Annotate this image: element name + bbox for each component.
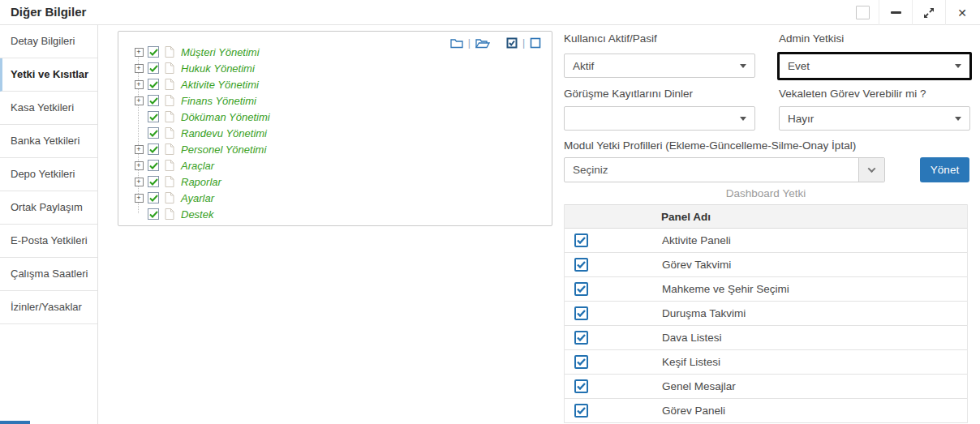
select-vekaleten-gorev-verebilir[interactable]: Hayır bbox=[779, 106, 970, 131]
page-icon bbox=[165, 111, 174, 122]
maximize-button[interactable] bbox=[913, 0, 945, 25]
page-icon bbox=[165, 192, 174, 203]
table-row-gorev-paneli: Görev Paneli bbox=[565, 399, 967, 423]
page-icon bbox=[165, 176, 174, 187]
panel-checkbox-checked[interactable] bbox=[574, 379, 588, 393]
label-modul-yetki-profilleri: Modul Yetki Profilleri (Ekleme-Güncellem… bbox=[564, 139, 856, 152]
sidebar-item-yetki-ve-kisitlar[interactable]: Yetki ve Kısıtlar bbox=[0, 58, 97, 92]
tree-list: + Müşteri Yönetimi + Hukuk Yönetimi + Ak… bbox=[130, 44, 270, 222]
tree-toolbar: | | bbox=[450, 37, 541, 49]
panel-checkbox-checked[interactable] bbox=[574, 306, 588, 320]
dropdown-caret-icon bbox=[740, 64, 746, 68]
panel-checkbox-checked[interactable] bbox=[574, 404, 588, 418]
tree-checkbox-checked[interactable] bbox=[148, 208, 159, 220]
panel-checkbox-checked[interactable] bbox=[574, 331, 588, 345]
tree-checkbox-checked[interactable] bbox=[148, 127, 159, 139]
page-icon bbox=[165, 46, 174, 58]
expand-plus-icon[interactable]: + bbox=[135, 80, 144, 89]
minimize-button[interactable] bbox=[879, 0, 912, 25]
panel-checkbox-checked[interactable] bbox=[574, 258, 588, 272]
folder-open-icon[interactable] bbox=[475, 37, 490, 49]
page-icon bbox=[165, 95, 174, 106]
tree-checkbox-checked[interactable] bbox=[148, 62, 159, 74]
dropdown-caret-icon bbox=[955, 64, 961, 68]
table-header-row: Panel Adı bbox=[565, 204, 967, 229]
tree-item-finans-yonetimi[interactable]: + Finans Yönetimi bbox=[130, 92, 270, 109]
label-vekaleten-gorev-verebilir: Vekaleten Görev Verebilir mi ? bbox=[779, 88, 926, 100]
popout-button[interactable] bbox=[846, 0, 879, 25]
dashboard-yetki-title: Dashboard Yetki bbox=[564, 187, 968, 199]
tree-item-personel-yonetimi[interactable]: + Personel Yönetimi bbox=[130, 141, 270, 157]
page-icon bbox=[165, 160, 174, 171]
tree-item-raporlar[interactable]: + Raporlar bbox=[130, 173, 270, 190]
label-admin-yetkisi: Admin Yetkisi bbox=[779, 32, 844, 45]
select-admin-yetkisi[interactable]: Evet bbox=[777, 52, 972, 80]
select2-caret-button[interactable] bbox=[858, 158, 884, 182]
expand-plus-icon[interactable]: + bbox=[135, 64, 144, 73]
tree-checkbox-checked[interactable] bbox=[148, 192, 159, 203]
table-row-dava-listesi: Dava Listesi bbox=[565, 326, 967, 350]
page-icon bbox=[165, 79, 174, 90]
tree-checkbox-checked[interactable] bbox=[148, 111, 159, 122]
tree-item-hukuk-yonetimi[interactable]: + Hukuk Yönetimi bbox=[130, 60, 270, 76]
dropdown-caret-icon bbox=[740, 117, 746, 121]
tree-item-dokuman-yonetimi[interactable]: Döküman Yönetimi bbox=[130, 109, 270, 125]
sidebar-item-depo-yetkileri[interactable]: Depo Yetkileri bbox=[0, 158, 97, 191]
tree-checkbox-checked[interactable] bbox=[148, 176, 159, 187]
page-icon bbox=[165, 62, 174, 74]
close-button[interactable]: ✕ bbox=[946, 0, 978, 25]
table-row-mahkeme-ve-sehir-secimi: Mahkeme ve Şehir Seçimi bbox=[565, 277, 967, 302]
select-kullanici-aktif-pasif[interactable]: Aktif bbox=[564, 54, 755, 78]
permission-tree-panel: | | + Müşteri Yönetimi + Hukuk bbox=[118, 31, 552, 226]
expand-plus-icon[interactable]: + bbox=[135, 178, 144, 186]
expand-plus-icon[interactable]: + bbox=[135, 194, 144, 203]
expand-plus-icon[interactable]: + bbox=[135, 48, 144, 57]
select-placeholder: Seçiniz bbox=[565, 164, 608, 176]
minimize-icon bbox=[891, 11, 901, 14]
panel-checkbox-checked[interactable] bbox=[574, 355, 588, 369]
chevron-down-icon bbox=[868, 165, 876, 173]
divider: | bbox=[468, 37, 471, 49]
page-title: Diğer Bilgiler bbox=[11, 5, 86, 19]
tree-item-aktivite-yonetimi[interactable]: + Aktivite Yönetimi bbox=[130, 76, 270, 92]
table-row-gorev-takvimi: Görev Takvimi bbox=[565, 253, 967, 277]
page-icon bbox=[165, 127, 174, 139]
expand-plus-icon[interactable]: + bbox=[135, 161, 144, 170]
tree-checkbox-checked[interactable] bbox=[148, 46, 159, 58]
close-icon: ✕ bbox=[957, 7, 967, 19]
tree-item-randevu-yonetimi[interactable]: Randevu Yönetimi bbox=[130, 125, 270, 141]
page-icon bbox=[165, 143, 174, 155]
label-kullanici-aktif-pasif: Kullanıcı Aktif/Pasif bbox=[564, 32, 657, 45]
tree-item-ayarlar[interactable]: + Ayarlar bbox=[130, 190, 270, 206]
divider: | bbox=[522, 37, 525, 49]
select-modul-yetki-profilleri[interactable]: Seçiniz bbox=[564, 157, 885, 182]
window-header: Diğer Bilgiler ✕ bbox=[0, 0, 980, 25]
panel-checkbox-checked[interactable] bbox=[574, 233, 588, 247]
sidebar-item-kasa-yetkileri[interactable]: Kasa Yetkileri bbox=[0, 92, 97, 125]
table-row-aktivite-paneli: Aktivite Paneli bbox=[565, 229, 967, 253]
sidebar-item-banka-yetkileri[interactable]: Banka Yetkileri bbox=[0, 125, 97, 158]
table-row-genel-mesajlar: Genel Mesajlar bbox=[565, 375, 967, 399]
check-all-icon[interactable] bbox=[506, 37, 518, 49]
page-icon bbox=[165, 208, 174, 220]
sidebar-item-i-zinler-yasaklar[interactable]: İzinler/Yasaklar bbox=[0, 291, 97, 324]
yonet-button[interactable]: Yönet bbox=[920, 157, 969, 182]
folder-closed-icon[interactable] bbox=[450, 37, 463, 49]
tree-item-destek[interactable]: Destek bbox=[130, 206, 270, 222]
tree-item-musteri-yonetimi[interactable]: + Müşteri Yönetimi bbox=[130, 44, 270, 60]
tree-checkbox-checked[interactable] bbox=[148, 143, 159, 155]
expand-plus-icon[interactable]: + bbox=[135, 96, 144, 105]
dropdown-caret-icon bbox=[955, 117, 961, 121]
sidebar-item-calisma-saatleri[interactable]: Çalışma Saatleri bbox=[0, 258, 97, 291]
sidebar-item-ortak-paylasim[interactable]: Ortak Paylaşım bbox=[0, 191, 97, 225]
panel-checkbox-checked[interactable] bbox=[574, 282, 588, 296]
tree-checkbox-checked[interactable] bbox=[148, 79, 159, 90]
select-gorusme-kayitlarini-dinler[interactable] bbox=[564, 106, 755, 131]
sidebar-item-e-posta-yetkileri[interactable]: E-Posta Yetkileri bbox=[0, 225, 97, 258]
sidebar-item-detay-bilgileri[interactable]: Detay Bilgileri bbox=[0, 25, 97, 58]
uncheck-all-icon[interactable] bbox=[530, 37, 541, 49]
tree-checkbox-checked[interactable] bbox=[148, 95, 159, 106]
expand-plus-icon[interactable]: + bbox=[135, 145, 144, 154]
tree-item-araclar[interactable]: + Araçlar bbox=[130, 157, 270, 173]
tree-checkbox-checked[interactable] bbox=[148, 160, 159, 171]
